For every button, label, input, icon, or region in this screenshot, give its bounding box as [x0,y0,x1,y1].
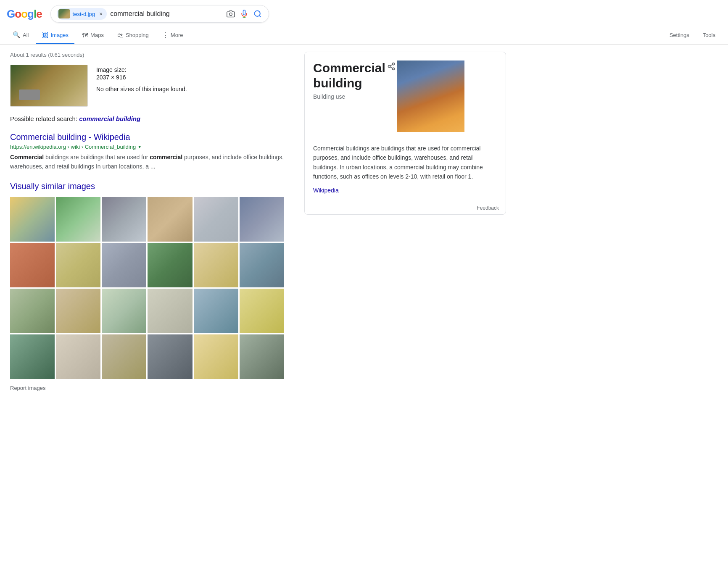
grid-image-7[interactable] [10,243,55,287]
no-other-sizes: No other sizes of this image found. [96,86,187,92]
grid-image-20[interactable] [56,334,100,379]
visually-similar-section: Visually similar images [10,182,284,392]
grid-image-19[interactable] [10,334,55,379]
tab-images[interactable]: 🖼 Images [36,27,74,44]
images-icon: 🖼 [42,32,48,39]
right-column: Commercial building Building use [294,45,728,398]
camera-search-icon[interactable] [226,9,236,19]
grid-image-10[interactable] [148,243,192,287]
kp-body: Commercial buildings are buildings that … [305,137,506,202]
kp-title-area: Commercial building Building use [313,61,385,100]
grid-image-15[interactable] [102,289,146,333]
report-images-link[interactable]: Report images [10,385,284,391]
svg-point-3 [254,11,260,16]
tools-button[interactable]: Tools [697,28,721,44]
kp-title: Commercial building [313,61,385,91]
wiki-url-text[interactable]: https://en.wikipedia.org › wiki › Commer… [10,144,136,150]
grid-image-23[interactable] [194,334,238,379]
svg-point-0 [229,13,232,16]
related-search-link[interactable]: commercial building [79,115,140,122]
svg-point-5 [388,66,390,68]
share-button[interactable] [385,61,397,74]
wikipedia-result: Commercial building - Wikipedia https://… [10,132,284,171]
snippet-bold-2: commercial [150,154,182,160]
svg-point-6 [392,68,394,70]
search-input[interactable] [110,10,222,18]
tab-more-label: More [171,32,183,38]
kp-image[interactable] [397,61,464,132]
grid-image-24[interactable] [240,334,284,379]
tools-label: Tools [703,32,715,38]
nav-tabs: 🔍 All 🖼 Images 🗺 Maps 🛍 Shopping ⋮ More … [7,27,721,44]
tab-all-label: All [23,32,29,38]
main-content: About 1 results (0.61 seconds) Image siz… [0,45,728,398]
kp-subtitle: Building use [313,93,385,100]
grid-image-13[interactable] [10,289,55,333]
grid-image-14[interactable] [56,289,100,333]
grid-image-2[interactable] [56,197,100,242]
similar-header: Visually similar images [10,182,284,191]
mic-icon[interactable] [239,9,249,19]
search-bar: test-d.jpg × [50,5,269,23]
url-dropdown-icon[interactable]: ▼ [137,145,142,149]
svg-line-8 [390,64,393,66]
grid-image-8[interactable] [56,243,100,287]
grid-image-17[interactable] [194,289,238,333]
grid-image-12[interactable] [240,243,284,287]
kp-wikipedia-link[interactable]: Wikipedia [313,186,497,195]
close-image-button[interactable]: × [99,11,103,17]
wiki-snippet: Commercial buildings are buildings that … [10,153,284,171]
search-submit-icon[interactable] [253,9,263,19]
grid-image-9[interactable] [102,243,146,287]
kp-title-line2: building [313,76,362,90]
image-result: Image size: 2037 × 916 No other sizes of… [10,65,284,107]
grid-image-11[interactable] [194,243,238,287]
kp-title-line1: Commercial [313,61,385,75]
left-column: About 1 results (0.61 seconds) Image siz… [0,45,294,398]
grid-image-18[interactable] [240,289,284,333]
uploaded-image-thumb [58,9,70,18]
grid-image-1[interactable] [10,197,55,242]
grid-image-5[interactable] [194,197,238,242]
feedback-button[interactable]: Feedback [305,202,506,214]
grid-image-16[interactable] [148,289,192,333]
nav-right: Settings Tools [664,28,721,44]
all-icon: 🔍 [13,31,21,39]
kp-description: Commercial buildings are buildings that … [313,145,483,180]
svg-point-4 [392,63,394,65]
grid-image-22[interactable] [148,334,192,379]
snippet-bold-1: Commercial [10,154,44,160]
image-tag[interactable]: test-d.jpg × [57,8,107,20]
settings-label: Settings [670,32,689,38]
wiki-title[interactable]: Commercial building - Wikipedia [10,132,284,142]
image-dimensions: 2037 × 916 [96,74,187,81]
tab-images-label: Images [50,32,69,38]
grid-image-6[interactable] [240,197,284,242]
tab-shopping-label: Shopping [126,32,149,38]
header: Google test-d.jpg × [0,0,728,45]
more-icon: ⋮ [162,31,169,39]
tab-more[interactable]: ⋮ More [156,27,189,44]
kp-top: Commercial building Building use [305,52,506,137]
google-logo: Google [7,8,42,21]
tab-all[interactable]: 🔍 All [7,27,34,44]
shopping-icon: 🛍 [117,32,124,39]
results-count: About 1 results (0.61 seconds) [10,52,284,58]
result-thumbnail[interactable] [10,65,88,107]
tab-maps[interactable]: 🗺 Maps [76,27,110,44]
image-grid [10,197,284,379]
tab-shopping[interactable]: 🛍 Shopping [111,27,155,44]
svg-line-7 [390,67,393,68]
grid-image-3[interactable] [102,197,146,242]
grid-image-21[interactable] [102,334,146,379]
settings-button[interactable]: Settings [664,28,695,44]
related-search-prefix: Possible related search: [10,115,79,122]
grid-image-4[interactable] [148,197,192,242]
kp-header: Commercial building Building use [305,52,473,137]
knowledge-panel: Commercial building Building use [304,52,506,215]
tab-maps-label: Maps [90,32,104,38]
wiki-url: https://en.wikipedia.org › wiki › Commer… [10,144,284,150]
image-tag-label: test-d.jpg [73,11,95,17]
image-info: Image size: 2037 × 916 No other sizes of… [96,65,187,92]
maps-icon: 🗺 [82,32,88,39]
